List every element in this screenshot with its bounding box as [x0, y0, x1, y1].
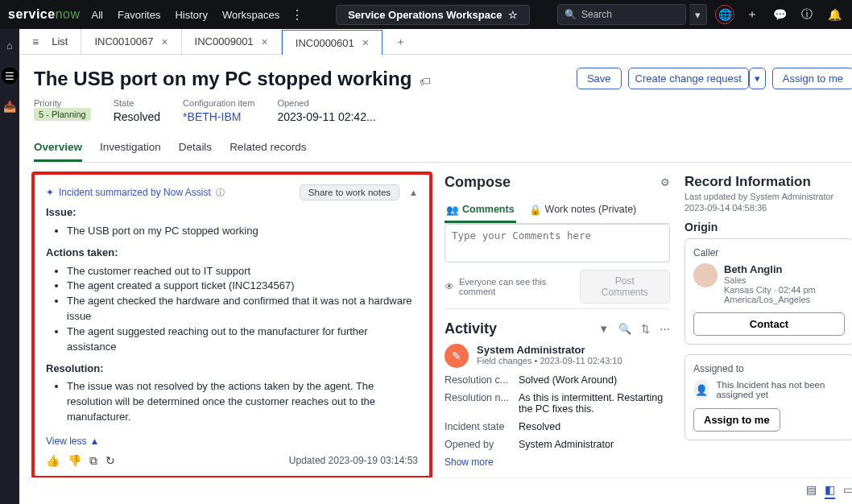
- share-to-worknotes-button[interactable]: Share to work notes: [300, 184, 399, 200]
- tag-icon[interactable]: 🏷: [420, 75, 431, 88]
- filter-icon[interactable]: ▼: [598, 323, 609, 335]
- show-more-link[interactable]: Show more: [445, 456, 670, 468]
- page-title: The USB port on my PC stopped working: [34, 68, 412, 89]
- comment-input[interactable]: [445, 224, 670, 262]
- create-change-dropdown[interactable]: ▾: [749, 68, 766, 89]
- layout-controls: ▤ ◧ ▭: [19, 477, 852, 504]
- search-icon[interactable]: 🔍: [618, 323, 631, 335]
- assign-to-me-button[interactable]: Assign to me: [693, 408, 780, 432]
- workspace-label: Service Operations Workspace: [348, 9, 502, 21]
- assist-updated: Updated 2023-09-19 03:14:53: [289, 455, 418, 466]
- ci-value[interactable]: *BETH-IBM: [183, 110, 254, 123]
- state-label: State: [114, 98, 160, 108]
- save-button[interactable]: Save: [577, 68, 622, 89]
- kv-label: Opened by: [445, 439, 519, 450]
- help-icon[interactable]: ⓘ: [797, 5, 817, 24]
- caller-name: Beth Anglin: [724, 263, 816, 275]
- tab-add[interactable]: ＋: [383, 29, 419, 54]
- nav-history[interactable]: History: [172, 6, 210, 24]
- collapse-icon[interactable]: ▲: [409, 188, 418, 197]
- caller-timezone: America/Los_Angeles: [724, 295, 816, 304]
- layout-compact-icon[interactable]: ▤: [806, 483, 817, 499]
- star-icon[interactable]: ☆: [508, 9, 518, 21]
- global-search-input[interactable]: 🔍 Search: [557, 4, 686, 25]
- nav-all[interactable]: All: [89, 6, 106, 24]
- assign-to-me-button[interactable]: Assign to me: [772, 68, 852, 89]
- close-icon[interactable]: ×: [362, 36, 369, 49]
- avatar: [693, 263, 718, 287]
- create-change-request-button[interactable]: Create change request: [628, 68, 749, 89]
- assigned-to-label: Assigned to: [693, 363, 845, 374]
- assist-body: Issue: The USB port on my PC stopped wor…: [46, 205, 418, 449]
- caller-location: Kansas City · 02:44 pm: [724, 285, 816, 295]
- tab-details[interactable]: Details: [179, 134, 212, 162]
- tab-related-records[interactable]: Related records: [230, 134, 306, 162]
- brand-logo: servicenow: [8, 7, 81, 22]
- close-icon[interactable]: ×: [161, 35, 168, 48]
- tab-list[interactable]: List: [19, 29, 81, 54]
- sort-icon[interactable]: ⇅: [641, 323, 650, 335]
- action-item: The customer reached out to IT support: [67, 264, 418, 279]
- people-icon: 👥: [446, 204, 459, 216]
- tab-worknotes[interactable]: 🔒Work notes (Private): [527, 199, 639, 223]
- copy-icon[interactable]: ⧉: [89, 454, 97, 468]
- settings-icon[interactable]: ⚙: [660, 176, 670, 188]
- priority-label: Priority: [34, 98, 91, 108]
- record-meta: Priority 5 - Planning State Resolved Con…: [34, 98, 852, 123]
- search-icon: 🔍: [565, 9, 577, 20]
- refresh-icon[interactable]: ↻: [105, 454, 115, 467]
- left-rail: ⌂ ☰ 📥: [0, 29, 19, 504]
- activity-title: Activity: [445, 320, 497, 337]
- tab-investigation[interactable]: Investigation: [100, 134, 161, 162]
- workspace-pill[interactable]: Service Operations Workspace ☆: [336, 5, 530, 25]
- assigned-to-card: Assigned to 👤 This Incident has not been…: [684, 354, 852, 440]
- create-icon[interactable]: ＋: [742, 5, 762, 24]
- actions-heading: Actions taken:: [46, 246, 118, 258]
- ci-label: Configuration item: [183, 98, 254, 108]
- rail-home-icon[interactable]: ⌂: [0, 35, 19, 55]
- kv-value: Solved (Work Around): [519, 374, 670, 386]
- globe-icon[interactable]: 🌐: [715, 5, 734, 24]
- assist-heading: Incident summarized by Now Assist: [59, 187, 211, 198]
- action-item: The agent created a support ticket (INC1…: [67, 279, 418, 294]
- opened-label: Opened: [277, 98, 375, 108]
- nav-workspaces[interactable]: Workspaces: [219, 6, 283, 24]
- thumbs-down-icon[interactable]: 👎: [68, 454, 81, 467]
- record-info-title: Record Information: [684, 174, 852, 190]
- rail-inbox-icon[interactable]: 📥: [0, 97, 19, 116]
- contact-button[interactable]: Contact: [693, 312, 845, 336]
- compose-title: Compose: [445, 174, 511, 191]
- more-icon[interactable]: ⋯: [660, 323, 670, 335]
- post-comments-button[interactable]: Post Comments: [580, 270, 670, 304]
- activity-panel: Activity ▼ 🔍 ⇅ ⋯ ✎ System Administ: [445, 320, 670, 468]
- tab-inc0010067[interactable]: INC0010067×: [81, 29, 181, 54]
- record-tabs: List INC0010067× INC0009001× INC0000601×…: [19, 29, 852, 55]
- layout-split-icon[interactable]: ◧: [825, 483, 835, 499]
- thumbs-up-icon[interactable]: 👍: [46, 454, 60, 467]
- nav-more-icon[interactable]: ⋮: [291, 7, 304, 23]
- kv-label: Resolution c...: [445, 374, 519, 386]
- lock-icon: 🔒: [529, 204, 542, 218]
- discussions-icon[interactable]: 💬: [770, 5, 789, 24]
- action-item: The agent suggested reaching out to the …: [67, 324, 418, 355]
- tab-inc0000601[interactable]: INC0000601×: [282, 30, 383, 55]
- rail-list-icon[interactable]: ☰: [0, 66, 19, 85]
- nav-favorites[interactable]: Favorites: [114, 6, 163, 24]
- info-icon[interactable]: ⓘ: [216, 187, 225, 199]
- search-placeholder: Search: [581, 9, 612, 20]
- search-scope-dropdown[interactable]: ▾: [689, 4, 707, 25]
- priority-value: 5 - Planning: [34, 108, 91, 121]
- person-icon: 👤: [693, 379, 709, 400]
- tab-inc0009001[interactable]: INC0009001×: [182, 29, 282, 54]
- resolution-item: The issue was not resolved by the action…: [67, 379, 418, 425]
- activity-actor: System Administrator: [477, 344, 622, 356]
- layout-full-icon[interactable]: ▭: [843, 483, 852, 499]
- record-header: The USB port on my PC stopped working 🏷 …: [34, 68, 852, 90]
- eye-icon: 👁: [445, 281, 454, 292]
- tab-comments[interactable]: 👥Comments: [445, 199, 516, 223]
- activity-sub: Field changes • 2023-09-11 02:43:10: [477, 356, 622, 366]
- view-less-toggle[interactable]: View less ▲: [46, 435, 99, 448]
- notifications-icon[interactable]: 🔔: [825, 5, 844, 24]
- close-icon[interactable]: ×: [262, 35, 268, 48]
- tab-overview[interactable]: Overview: [34, 134, 82, 162]
